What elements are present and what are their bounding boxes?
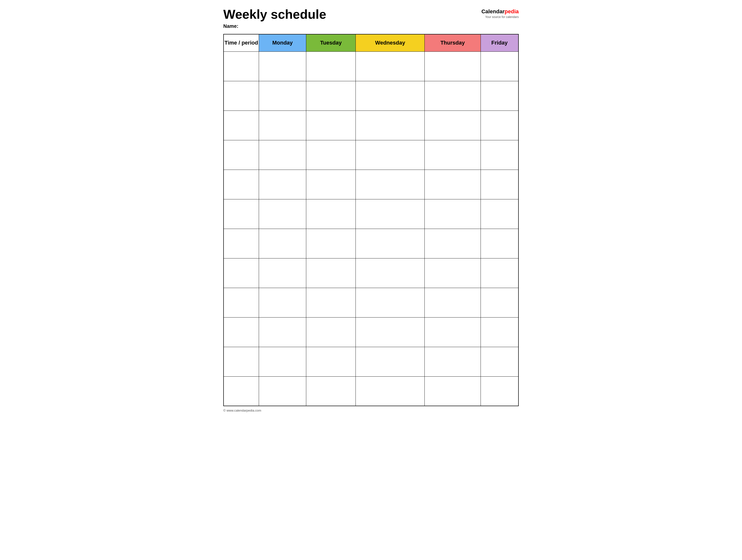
schedule-cell[interactable] <box>425 347 481 376</box>
schedule-cell[interactable] <box>356 140 425 170</box>
time-cell[interactable] <box>223 288 259 317</box>
schedule-cell[interactable] <box>306 199 356 229</box>
time-cell[interactable] <box>223 81 259 111</box>
schedule-cell[interactable] <box>356 81 425 111</box>
schedule-cell[interactable] <box>481 140 519 170</box>
schedule-cell[interactable] <box>259 229 306 258</box>
schedule-cell[interactable] <box>306 51 356 81</box>
page-title: Weekly schedule <box>223 7 326 21</box>
schedule-cell[interactable] <box>425 229 481 258</box>
time-cell[interactable] <box>223 140 259 170</box>
table-row <box>223 199 519 229</box>
schedule-cell[interactable] <box>356 258 425 288</box>
schedule-cell[interactable] <box>425 111 481 140</box>
time-cell[interactable] <box>223 199 259 229</box>
schedule-cell[interactable] <box>259 81 306 111</box>
time-cell[interactable] <box>223 170 259 199</box>
schedule-cell[interactable] <box>481 258 519 288</box>
logo-text: Calendarpedia <box>481 8 519 15</box>
schedule-cell[interactable] <box>259 170 306 199</box>
time-cell[interactable] <box>223 347 259 376</box>
schedule-cell[interactable] <box>259 140 306 170</box>
schedule-cell[interactable] <box>259 51 306 81</box>
footer: © www.calendarpedia.com <box>223 409 519 412</box>
table-row <box>223 229 519 258</box>
header: Weekly schedule Name: Calendarpedia Your… <box>223 7 519 29</box>
logo-pedia: pedia <box>505 8 519 14</box>
time-cell[interactable] <box>223 317 259 347</box>
schedule-cell[interactable] <box>306 81 356 111</box>
schedule-cell[interactable] <box>306 170 356 199</box>
time-cell[interactable] <box>223 51 259 81</box>
schedule-cell[interactable] <box>425 170 481 199</box>
schedule-cell[interactable] <box>259 347 306 376</box>
schedule-cell[interactable] <box>306 140 356 170</box>
schedule-cell[interactable] <box>481 376 519 406</box>
schedule-cell[interactable] <box>481 317 519 347</box>
table-row <box>223 288 519 317</box>
schedule-cell[interactable] <box>356 111 425 140</box>
time-cell[interactable] <box>223 229 259 258</box>
col-header-thursday: Thursday <box>425 34 481 51</box>
schedule-cell[interactable] <box>481 51 519 81</box>
name-label: Name: <box>223 23 326 29</box>
schedule-cell[interactable] <box>356 347 425 376</box>
schedule-cell[interactable] <box>259 258 306 288</box>
schedule-cell[interactable] <box>356 51 425 81</box>
col-header-friday: Friday <box>481 34 519 51</box>
table-row <box>223 51 519 81</box>
copyright-text: © www.calendarpedia.com <box>223 409 261 412</box>
schedule-cell[interactable] <box>306 288 356 317</box>
schedule-cell[interactable] <box>425 376 481 406</box>
table-row <box>223 170 519 199</box>
schedule-cell[interactable] <box>306 229 356 258</box>
table-row <box>223 347 519 376</box>
schedule-cell[interactable] <box>259 288 306 317</box>
schedule-cell[interactable] <box>306 111 356 140</box>
schedule-cell[interactable] <box>356 288 425 317</box>
logo-calendar: Calendar <box>481 8 505 14</box>
schedule-cell[interactable] <box>356 317 425 347</box>
schedule-cell[interactable] <box>481 111 519 140</box>
schedule-cell[interactable] <box>259 199 306 229</box>
logo-tagline: Your source for calendars <box>485 15 519 19</box>
table-row <box>223 258 519 288</box>
schedule-cell[interactable] <box>481 229 519 258</box>
schedule-cell[interactable] <box>306 317 356 347</box>
schedule-cell[interactable] <box>425 317 481 347</box>
schedule-cell[interactable] <box>425 51 481 81</box>
schedule-cell[interactable] <box>356 229 425 258</box>
schedule-cell[interactable] <box>306 258 356 288</box>
page-container: Weekly schedule Name: Calendarpedia Your… <box>223 7 519 412</box>
schedule-cell[interactable] <box>306 376 356 406</box>
schedule-table: Time / period Monday Tuesday Wednesday T… <box>223 34 519 406</box>
table-row <box>223 376 519 406</box>
logo-section: Calendarpedia Your source for calendars <box>481 8 519 19</box>
schedule-cell[interactable] <box>481 81 519 111</box>
table-row <box>223 81 519 111</box>
table-row <box>223 111 519 140</box>
time-cell[interactable] <box>223 258 259 288</box>
schedule-cell[interactable] <box>481 347 519 376</box>
schedule-cell[interactable] <box>425 288 481 317</box>
schedule-cell[interactable] <box>425 140 481 170</box>
time-cell[interactable] <box>223 111 259 140</box>
schedule-cell[interactable] <box>356 376 425 406</box>
table-row <box>223 140 519 170</box>
time-cell[interactable] <box>223 376 259 406</box>
schedule-cell[interactable] <box>306 347 356 376</box>
schedule-cell[interactable] <box>481 288 519 317</box>
schedule-cell[interactable] <box>425 81 481 111</box>
schedule-cell[interactable] <box>356 170 425 199</box>
header-row: Time / period Monday Tuesday Wednesday T… <box>223 34 519 51</box>
schedule-cell[interactable] <box>481 170 519 199</box>
schedule-cell[interactable] <box>259 111 306 140</box>
schedule-cell[interactable] <box>259 317 306 347</box>
schedule-cell[interactable] <box>259 376 306 406</box>
schedule-cell[interactable] <box>481 199 519 229</box>
schedule-cell[interactable] <box>425 199 481 229</box>
col-header-tuesday: Tuesday <box>306 34 356 51</box>
schedule-cell[interactable] <box>356 199 425 229</box>
schedule-cell[interactable] <box>425 258 481 288</box>
col-header-wednesday: Wednesday <box>356 34 425 51</box>
